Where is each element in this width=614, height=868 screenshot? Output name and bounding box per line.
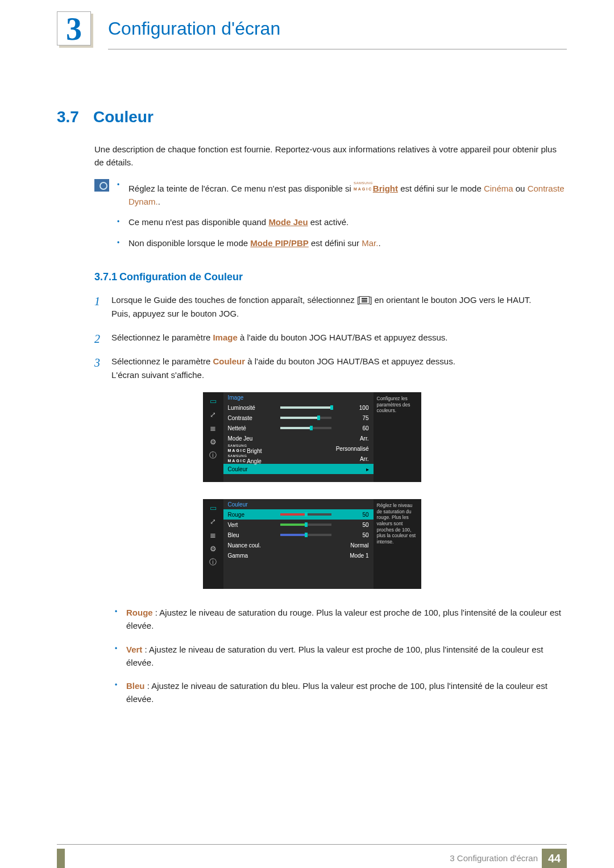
osd-row: Nuance coul.Normal	[223, 540, 374, 550]
step-item: 3 Sélectionnez le paramètre Couleur à l'…	[94, 355, 567, 382]
page-footer: 3 Configuration d'écran 44	[0, 844, 614, 868]
desc-item: Vert : Ajustez le niveau de saturation d…	[94, 643, 567, 670]
osd-row: Rouge50	[223, 509, 374, 520]
step-item: 1 Lorsque le Guide des touches de foncti…	[94, 293, 567, 321]
header-rule	[108, 49, 567, 49]
desc-item: Rouge : Ajustez le niveau de saturation …	[94, 606, 567, 633]
intro-paragraph: Une description de chaque fonction est f…	[94, 143, 567, 169]
chapter-badge: 3	[57, 11, 91, 45]
osd-title: Couleur	[223, 501, 374, 509]
chapter-number: 3	[57, 12, 90, 46]
osd-row-selected: Couleur▸	[223, 464, 374, 474]
monitor-icon: ▭	[207, 502, 219, 513]
osd-row: Bleu50	[223, 530, 374, 540]
info-icon: ⓘ	[207, 557, 219, 567]
section-number: 3.7	[57, 108, 93, 126]
note-block: Réglez la teinte de l'écran. Ce menu n'e…	[94, 179, 567, 258]
osd-nav: ▭ ⤢ ≣ ⚙ ⓘ	[203, 499, 223, 589]
osd-row: Contraste75	[223, 413, 374, 423]
note-icon	[94, 179, 109, 192]
osd-row: Vert50	[223, 520, 374, 530]
monitor-icon: ▭	[207, 396, 219, 406]
chapter-title: Configuration d'écran	[108, 18, 280, 39]
note-item: Ce menu n'est pas disponible quand Mode …	[117, 216, 567, 229]
osd-hint: Réglez le niveau de saturation du rouge.…	[374, 499, 421, 589]
osd-row: GammaMode 1	[223, 550, 374, 560]
note-item: Réglez la teinte de l'écran. Ce menu n'e…	[117, 179, 567, 208]
list-icon: ≣	[207, 530, 219, 540]
note-item: Non disponible lorsque le mode Mode PIP/…	[117, 237, 567, 250]
desc-item: Bleu : Ajustez le niveau de saturation d…	[94, 679, 567, 706]
footer-text: 3 Configuration d'écran	[450, 853, 538, 863]
samsung-magic-label: SAMSUNGMAGIC	[354, 179, 373, 191]
page-header: 3 Configuration d'écran	[0, 0, 614, 68]
page-number: 44	[542, 849, 567, 868]
osd-row: SAMSUNGMAGICBrightPersonnalisé	[223, 443, 374, 454]
osd-row: Mode JeuArr.	[223, 433, 374, 443]
osd-nav: ▭ ⤢ ≣ ⚙ ⓘ	[203, 392, 223, 482]
resize-icon: ⤢	[207, 409, 219, 420]
info-icon: ⓘ	[207, 450, 219, 460]
menu-icon	[359, 296, 370, 304]
osd-row: Netteté60	[223, 423, 374, 433]
osd-row: Luminosité100	[223, 402, 374, 413]
osd-row: SAMSUNGMAGICAngleArr.	[223, 454, 374, 464]
osd-image-menu: ▭ ⤢ ≣ ⚙ ⓘ ImageLuminosité100Contraste75N…	[203, 392, 421, 482]
list-icon: ≣	[207, 423, 219, 433]
step-item: 2 Sélectionnez le paramètre Image à l'ai…	[94, 331, 567, 344]
osd-hint: Configurez les paramètres des couleurs.	[374, 392, 421, 482]
gear-icon: ⚙	[207, 437, 219, 447]
osd-title: Image	[223, 394, 374, 402]
gear-icon: ⚙	[207, 543, 219, 554]
resize-icon: ⤢	[207, 516, 219, 526]
section-title: 3.7Couleur	[57, 108, 567, 126]
footer-accent	[57, 849, 65, 868]
osd-color-menu: ▭ ⤢ ≣ ⚙ ⓘ CouleurRouge50Vert50Bleu50Nuan…	[203, 499, 421, 589]
subsection-title: 3.7.1Configuration de Couleur	[94, 271, 567, 283]
